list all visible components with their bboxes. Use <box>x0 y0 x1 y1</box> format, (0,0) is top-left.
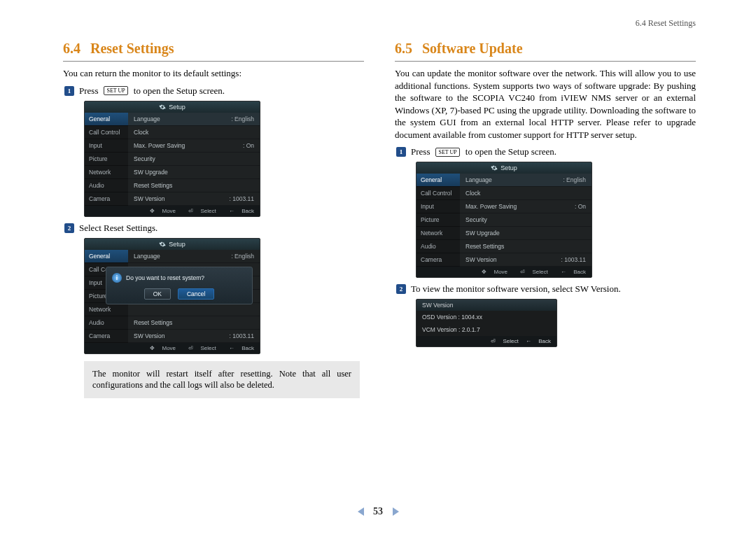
step-badge-2: 2 <box>64 223 74 233</box>
osd-setup-screenshot-right: Setup General Call Control Input Picture… <box>416 162 592 278</box>
osd-side-item: Network <box>85 303 128 316</box>
osd-row-key: SW Version <box>134 332 230 339</box>
gear-icon <box>491 164 498 171</box>
step-text: Press <box>411 146 430 157</box>
dialog-question: Do you want to reset system? <box>126 274 204 281</box>
step-text: Press <box>79 85 98 97</box>
osd-side-item: Call Control <box>85 126 128 139</box>
osd-side-item: Input <box>85 139 128 153</box>
section-heading-reset: 6.4 Reset Settings <box>63 41 364 62</box>
osd-side-item: General <box>416 174 460 187</box>
cancel-button: Cancel <box>178 288 214 300</box>
osd-row-key: SW Upgrade <box>134 169 254 176</box>
osd-row-val: : English <box>231 115 254 122</box>
osd-row-val: : 1003.11 <box>230 195 254 202</box>
sw-version-title: SW Version <box>416 300 556 311</box>
osd-row-val: : English <box>231 253 254 260</box>
osd-side-item: Audio <box>416 240 460 253</box>
gear-icon <box>159 104 166 111</box>
gear-icon <box>159 241 166 248</box>
osd-row-key: Reset Settings <box>134 182 254 189</box>
osd-row-val: : 1003.11 <box>561 256 586 263</box>
section-heading-software-update: 6.5 Software Update <box>395 41 696 62</box>
step-text: to open the Setup screen. <box>134 85 225 97</box>
section-number: 6.5 <box>395 41 412 57</box>
osd-row-key <box>134 306 254 313</box>
column-left: 6.4 Reset Settings You can return the mo… <box>63 41 364 398</box>
osd-row-val: : On <box>575 203 586 210</box>
osd-side-item: Audio <box>85 179 128 192</box>
osd-row-key: Language <box>134 253 231 260</box>
osd-main: Language: English Clock Max. Power Savin… <box>128 113 260 206</box>
step-badge-2: 2 <box>396 284 406 294</box>
osd-row-key: SW Upgrade <box>465 230 586 237</box>
intro-text-right: You can update the monitor software over… <box>395 67 696 141</box>
section-number: 6.4 <box>63 41 80 57</box>
page-navigation: 53 <box>0 505 756 517</box>
step-2-left: 2 Select Reset Settings. <box>64 223 364 234</box>
sw-version-panel: SW Version OSD Version : 1004.xx VCM Ver… <box>416 299 557 347</box>
osd-row-key: Max. Power Saving <box>465 203 575 210</box>
osd-title: Setup <box>169 241 186 248</box>
step-1-left: 1 Press SET UP to open the Setup screen. <box>64 85 364 97</box>
osd-row-key: Language <box>134 115 231 122</box>
osd-title: Setup <box>500 164 517 171</box>
osd-row-key: Clock <box>465 190 586 197</box>
step-badge-1: 1 <box>396 147 406 157</box>
page-number: 53 <box>373 506 383 517</box>
step-1-right: 1 Press SET UP to open the Setup screen. <box>396 146 696 157</box>
osd-row-key: Language <box>465 176 563 183</box>
section-title: Reset Settings <box>90 41 174 57</box>
osd-side-item: Network <box>416 227 460 240</box>
osd-version-line: OSD Version : 1004.xx <box>416 311 556 323</box>
ok-button: OK <box>144 288 171 300</box>
osd-setup-screenshot: Setup General Call Control Input Picture… <box>84 101 260 217</box>
osd-side-item: Camera <box>416 253 460 267</box>
reset-confirm-dialog: i Do you want to reset system? OK Cancel <box>106 267 253 304</box>
osd-side-item: Call Control <box>416 187 460 200</box>
osd-side-item: Picture <box>416 213 460 227</box>
step-text: To view the monitor software version, se… <box>411 283 621 295</box>
osd-side-item: Network <box>85 166 128 179</box>
osd-row-key: Security <box>465 216 586 223</box>
prev-page-icon[interactable] <box>358 507 364 516</box>
osd-row-key: Max. Power Saving <box>134 142 243 149</box>
osd-row-key: Reset Settings <box>465 243 586 250</box>
next-page-icon[interactable] <box>393 507 399 516</box>
osd-side-item: Input <box>416 200 460 213</box>
info-icon: i <box>112 273 122 283</box>
osd-side-item: General <box>85 113 128 126</box>
osd-side-item: General <box>85 250 128 263</box>
note-box: The monitor will restart itself after re… <box>84 361 360 399</box>
osd-side-item: Camera <box>85 192 128 206</box>
osd-row-key: Security <box>134 155 254 162</box>
osd-row-key: Clock <box>134 129 254 136</box>
osd-title: Setup <box>169 104 186 111</box>
osd-sidebar: General Call Control Input Picture Netwo… <box>85 113 128 206</box>
osd-side-item: Audio <box>85 316 128 330</box>
osd-reset-dialog-screenshot: Setup General Call Control Input Picture… <box>84 238 260 354</box>
osd-row-key: Reset Settings <box>134 319 254 326</box>
osd-row-val: : On <box>243 142 254 149</box>
setup-key-icon: SET UP <box>435 148 459 157</box>
step-badge-1: 1 <box>64 86 74 96</box>
column-right: 6.5 Software Update You can update the m… <box>395 41 696 398</box>
running-header: 6.4 Reset Settings <box>636 18 696 29</box>
osd-side-item: Picture <box>85 153 128 166</box>
osd-footer: ✥ Move ⏎ Select ← Back <box>85 206 260 216</box>
osd-side-item: Camera <box>85 330 128 343</box>
osd-row-key: SW Version <box>465 256 561 263</box>
osd-row-val: : 1003.11 <box>230 332 254 339</box>
step-text: to open the Setup screen. <box>465 146 556 157</box>
intro-text-left: You can return the monitor to its defaul… <box>63 67 364 80</box>
setup-key-icon: SET UP <box>104 86 127 95</box>
section-title: Software Update <box>422 41 523 57</box>
vcm-version-line: VCM Version : 2.0.1.7 <box>416 323 556 336</box>
step-2-right: 2 To view the monitor software version, … <box>396 283 696 295</box>
step-text: Select Reset Settings. <box>79 223 158 234</box>
osd-row-val: : English <box>563 176 586 183</box>
osd-row-key: SW Version <box>134 195 230 202</box>
